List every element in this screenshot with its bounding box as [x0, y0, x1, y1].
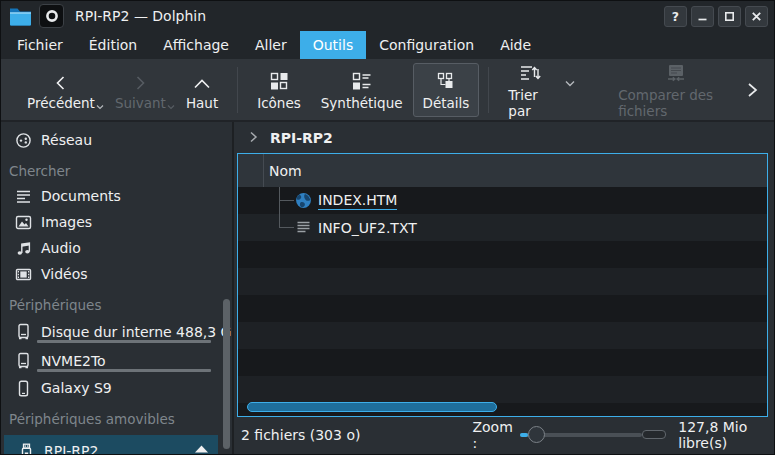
menu-affichage[interactable]: Affichage — [150, 31, 242, 59]
zoom-control: Zoom : — [472, 419, 641, 451]
compare-files-button[interactable]: Comparer des fichiers — [608, 55, 744, 125]
dolphin-badge-icon[interactable] — [39, 4, 64, 28]
icons-view-button[interactable]: Icônes — [247, 63, 311, 117]
section-chercher: Chercher — [1, 159, 232, 183]
menu-aller[interactable]: Aller — [242, 31, 300, 59]
breadcrumb-location[interactable]: RPI-RP2 — [270, 130, 333, 146]
chevron-left-icon — [52, 69, 70, 91]
section-peripheriques-amovibles: Périphériques amovibles — [1, 407, 232, 431]
sidebar-item-internal-disk[interactable]: Disque dur interne 488,3 G… — [1, 317, 232, 346]
image-icon — [14, 214, 32, 231]
folder-app-icon — [9, 6, 32, 26]
sidebar-item-label: RPI-RP2 — [44, 443, 98, 455]
sidebar-item-label: Images — [41, 214, 92, 230]
dolphin-window: RPI-RP2 — Dolphin ? Fichier Édition Affi… — [0, 0, 775, 455]
toolbar: Précédent Suivant Haut — [1, 59, 774, 122]
horizontal-scrollbar[interactable] — [247, 402, 497, 412]
sidebar-item-images[interactable]: Images — [1, 209, 232, 235]
free-space-group: 127,8 Mio libre(s) — [642, 419, 767, 451]
column-header[interactable]: Nom — [238, 154, 767, 187]
document-lines-icon — [14, 188, 32, 205]
sidebar-item-rpi-rp2[interactable]: RPI-RP2 — [4, 435, 218, 455]
breadcrumb: RPI-RP2 — [234, 122, 774, 153]
usb-drive-icon — [17, 443, 35, 455]
menu-configuration[interactable]: Configuration — [366, 31, 487, 59]
network-icon — [14, 132, 32, 149]
tree-branch-line — [279, 227, 294, 228]
file-view[interactable]: Nom INDEX.HTM — [237, 153, 768, 417]
details-view-label: Détails — [423, 95, 470, 111]
back-button[interactable]: Précédent — [17, 63, 105, 117]
caret-down-icon — [167, 97, 175, 113]
compact-view-label: Synthétique — [321, 95, 403, 111]
file-row-info-uf2-txt[interactable]: INFO_UF2.TXT — [238, 214, 767, 241]
help-button[interactable]: ? — [664, 6, 687, 27]
sidebar-item-documents[interactable]: Documents — [1, 183, 232, 209]
sidebar-item-nvme[interactable]: NVME2To — [1, 346, 232, 375]
caret-down-icon — [96, 97, 104, 113]
statusbar: 2 fichiers (303 o) Zoom : 127,8 Mio libr… — [234, 417, 774, 454]
icons-view-icon — [269, 69, 289, 91]
toolbar-separator — [237, 67, 238, 113]
sidebar-item-label: Galaxy S9 — [41, 380, 112, 396]
maximize-button[interactable] — [718, 6, 741, 27]
forward-label: Suivant — [115, 95, 166, 111]
disk-usage-bar — [37, 369, 211, 372]
film-icon — [14, 266, 32, 283]
file-view-empty-area[interactable] — [238, 241, 767, 416]
content-column: RPI-RP2 Nom — [234, 122, 774, 454]
details-view-button[interactable]: Détails — [413, 63, 480, 117]
menu-outils[interactable]: Outils — [300, 31, 366, 59]
text-file-icon — [295, 219, 312, 236]
file-name[interactable]: INFO_UF2.TXT — [318, 220, 417, 236]
chevron-right-icon — [131, 69, 149, 91]
close-button[interactable] — [745, 6, 768, 27]
file-name[interactable]: INDEX.HTM — [318, 192, 397, 210]
file-row-index-htm[interactable]: INDEX.HTM — [238, 187, 767, 214]
forward-button[interactable]: Suivant — [105, 63, 176, 117]
sort-icon — [519, 61, 541, 83]
minimize-button[interactable] — [691, 6, 714, 27]
capacity-bar — [642, 430, 666, 439]
disk-usage-bar — [37, 340, 211, 343]
back-label: Précédent — [27, 95, 95, 111]
sidebar-scrollbar[interactable] — [223, 299, 230, 449]
column-header-label: Nom — [269, 163, 302, 179]
sort-by-label: Trier par — [508, 87, 552, 119]
items-summary: 2 fichiers (303 o) — [241, 427, 360, 443]
caret-down-icon[interactable] — [564, 73, 576, 92]
toolbar-overflow-chevron-icon[interactable] — [744, 81, 760, 99]
sidebar-item-network[interactable]: Réseau — [1, 127, 232, 153]
zoom-slider-handle[interactable] — [528, 426, 545, 443]
zoom-slider[interactable] — [520, 426, 642, 444]
sidebar-item-videos[interactable]: Vidéos — [1, 261, 232, 287]
titlebar[interactable]: RPI-RP2 — Dolphin ? — [1, 1, 774, 31]
breadcrumb-chevron-icon[interactable] — [247, 128, 259, 147]
menu-edition[interactable]: Édition — [76, 31, 150, 59]
sort-by-button[interactable]: Trier par — [498, 55, 562, 125]
hard-drive-icon — [14, 323, 32, 340]
compare-files-icon — [664, 61, 688, 83]
up-button[interactable]: Haut — [176, 63, 228, 117]
tree-branch-line — [279, 200, 294, 201]
menu-fichier[interactable]: Fichier — [4, 31, 76, 59]
sidebar-item-label: NVME2To — [41, 353, 106, 369]
details-view-icon — [436, 69, 456, 91]
window-body: Réseau Chercher Documents Images — [1, 122, 774, 454]
globe-icon — [295, 192, 312, 209]
compact-view-button[interactable]: Synthétique — [311, 63, 413, 117]
compact-view-icon — [351, 69, 372, 91]
eject-icon[interactable] — [193, 444, 210, 455]
sidebar-item-label: Audio — [41, 240, 81, 256]
icons-view-label: Icônes — [257, 95, 301, 111]
window-title: RPI-RP2 — Dolphin — [75, 8, 206, 24]
sidebar-item-label: Vidéos — [41, 266, 88, 282]
zoom-label: Zoom : — [472, 419, 512, 451]
up-label: Haut — [186, 95, 218, 111]
sidebar-item-galaxy-s9[interactable]: Galaxy S9 — [1, 375, 232, 401]
free-space-label: 127,8 Mio libre(s) — [678, 419, 767, 451]
sidebar-item-audio[interactable]: Audio — [1, 235, 232, 261]
sidebar-item-label: Documents — [41, 188, 121, 204]
compare-files-label: Comparer des fichiers — [618, 87, 734, 119]
tree-branch-line — [279, 214, 280, 228]
